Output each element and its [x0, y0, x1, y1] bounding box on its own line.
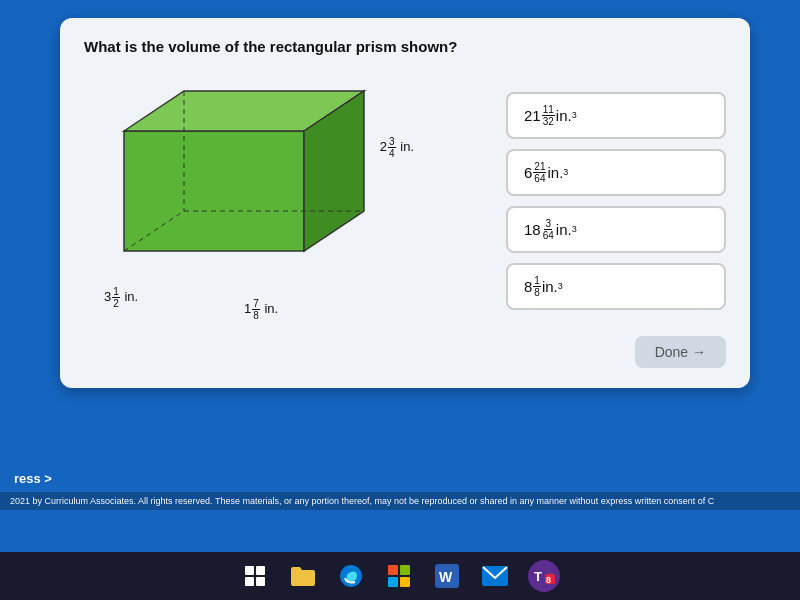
content-area: 234 in. 312 in. 178 in. 211132 in.3 6216…: [84, 71, 726, 331]
svg-marker-0: [124, 131, 304, 251]
folder-icon[interactable]: [288, 561, 318, 591]
choice-b[interactable]: 62164 in.3: [506, 149, 726, 196]
height-label: 234 in.: [380, 136, 414, 159]
svg-rect-13: [388, 577, 398, 587]
svg-rect-9: [256, 577, 265, 586]
done-button[interactable]: Done →: [635, 336, 726, 368]
prism-area: 234 in. 312 in. 178 in.: [84, 71, 424, 331]
svg-text:T: T: [534, 569, 542, 584]
svg-text:8: 8: [546, 575, 551, 585]
svg-text:W: W: [439, 569, 453, 585]
choice-c[interactable]: 18364 in.3: [506, 206, 726, 253]
choices-area: 211132 in.3 62164 in.3 18364 in.3 818 in…: [506, 92, 726, 310]
svg-rect-6: [245, 566, 254, 575]
svg-rect-11: [388, 565, 398, 575]
teams-icon[interactable]: T 8: [528, 560, 560, 592]
choice-a[interactable]: 211132 in.3: [506, 92, 726, 139]
prism-svg: [84, 71, 404, 301]
question-text: What is the volume of the rectangular pr…: [84, 38, 726, 55]
store-icon[interactable]: [384, 561, 414, 591]
word-icon[interactable]: W: [432, 561, 462, 591]
svg-rect-12: [400, 565, 410, 575]
footer-bar: 2021 by Curriculum Associates. All right…: [0, 492, 800, 510]
width-label: 312 in.: [104, 286, 138, 309]
choice-d[interactable]: 818 in.3: [506, 263, 726, 310]
quiz-card: What is the volume of the rectangular pr…: [60, 18, 750, 388]
edge-icon[interactable]: [336, 561, 366, 591]
svg-rect-14: [400, 577, 410, 587]
progress-label: ress >: [6, 467, 60, 490]
svg-rect-8: [245, 577, 254, 586]
mail-icon[interactable]: [480, 561, 510, 591]
taskbar: W T 8: [0, 552, 800, 600]
depth-label: 178 in.: [244, 298, 278, 321]
svg-rect-7: [256, 566, 265, 575]
grid-icon[interactable]: [240, 561, 270, 591]
